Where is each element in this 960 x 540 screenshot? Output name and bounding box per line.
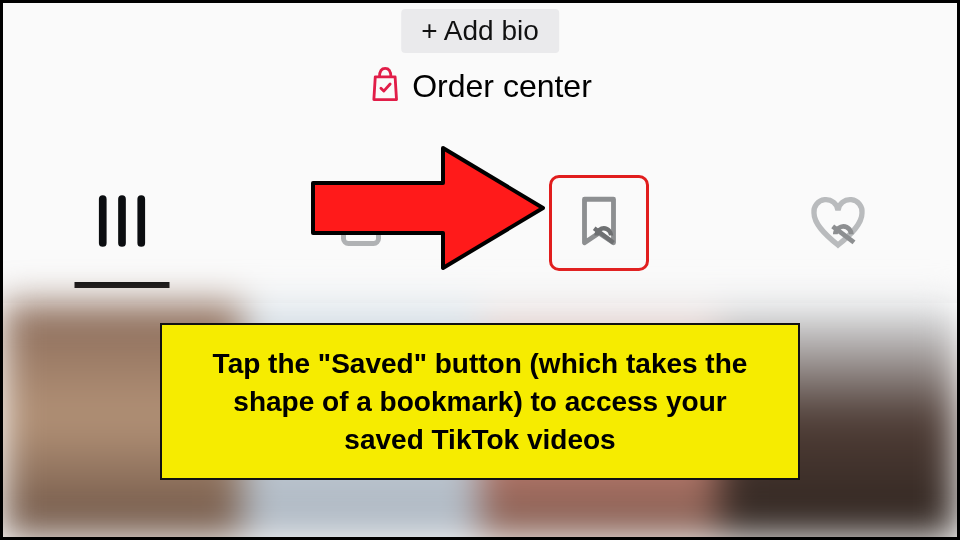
tab-posts[interactable]	[22, 168, 222, 278]
grid-columns-icon	[89, 188, 155, 258]
saved-highlight-box	[549, 175, 649, 271]
heart-hidden-icon	[806, 189, 870, 257]
shopping-bag-icon	[368, 65, 402, 107]
svg-rect-3	[343, 219, 378, 244]
tab-liked[interactable]	[738, 168, 938, 278]
add-bio-label: + Add bio	[421, 15, 539, 46]
annotation-caption: Tap the "Saved" button (which takes the …	[160, 323, 800, 480]
add-bio-button[interactable]: + Add bio	[401, 9, 559, 53]
active-tab-indicator	[75, 282, 170, 288]
lock-icon	[331, 191, 391, 255]
tab-saved[interactable]	[499, 168, 699, 278]
tab-private[interactable]	[261, 168, 461, 278]
profile-header-area: + Add bio Order center	[3, 3, 957, 303]
bookmark-icon	[570, 236, 628, 253]
order-center-label: Order center	[412, 68, 592, 105]
profile-tabs	[3, 163, 957, 283]
annotation-caption-text: Tap the "Saved" button (which takes the …	[213, 348, 748, 455]
order-center-link[interactable]: Order center	[368, 65, 592, 107]
